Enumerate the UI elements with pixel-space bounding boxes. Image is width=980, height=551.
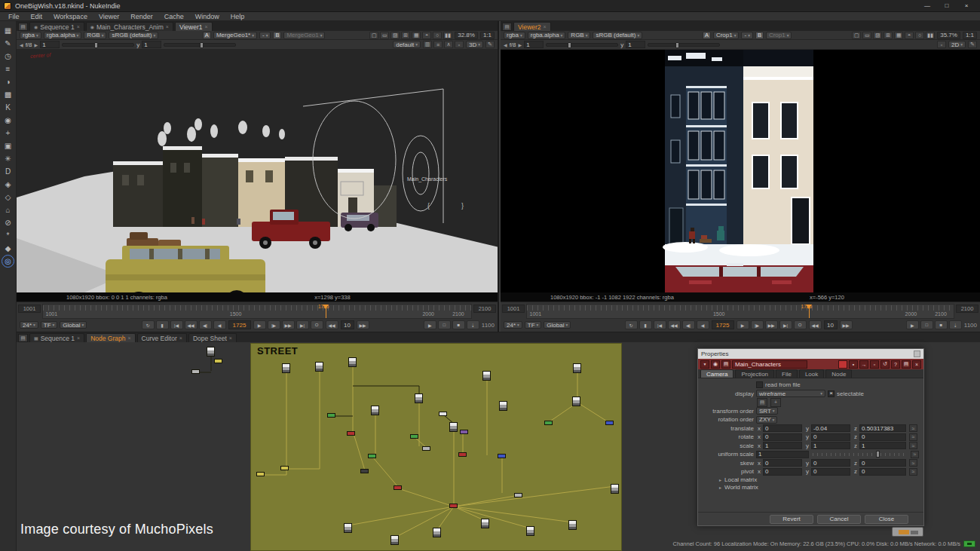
- blue-node[interactable]: [605, 421, 614, 425]
- selectable-checkbox[interactable]: ×: [828, 390, 835, 397]
- image-icon[interactable]: ▦: [2, 24, 15, 36]
- tab-look[interactable]: Look: [799, 369, 824, 378]
- wipe-icon[interactable]: ▫: [937, 41, 946, 48]
- viewer-icon-4[interactable]: ▦: [412, 32, 421, 39]
- close-tab-icon[interactable]: ×: [229, 335, 232, 341]
- pane-menu-icon[interactable]: ▤: [18, 334, 28, 342]
- green-node[interactable]: [368, 454, 376, 458]
- skew-y-field[interactable]: 0: [811, 459, 850, 467]
- viewer-icon-0[interactable]: ▢: [369, 32, 378, 39]
- read-node[interactable]: [481, 519, 489, 528]
- view-dimension-dropdown[interactable]: 3D▾: [466, 41, 483, 48]
- node-dropdown-icon[interactable]: ▼: [700, 360, 709, 369]
- animation-menu-icon[interactable]: ≈: [909, 468, 917, 476]
- animation-menu-icon[interactable]: ≈: [911, 451, 919, 458]
- zoom-level[interactable]: 35.7%: [937, 32, 960, 39]
- gain-slider[interactable]: [546, 43, 618, 47]
- read-node[interactable]: [573, 363, 581, 373]
- gray-node[interactable]: [514, 493, 522, 497]
- close-tab-icon[interactable]: ×: [179, 335, 182, 341]
- help-icon[interactable]: ?: [891, 360, 900, 369]
- localization-status-icon[interactable]: [963, 540, 975, 547]
- close-button[interactable]: ×: [957, 1, 976, 11]
- zoom-level[interactable]: 32.8%: [455, 32, 478, 39]
- translate-x-field[interactable]: 0: [763, 424, 802, 432]
- downrez-dropdown[interactable]: default▾: [393, 41, 421, 48]
- transport-button-3[interactable]: ◀◀: [668, 320, 681, 329]
- scale-z-field[interactable]: 1: [859, 442, 906, 449]
- expand-arrow-icon[interactable]: ▸: [719, 485, 721, 490]
- tab-node-graph[interactable]: Node Graph ×: [86, 333, 135, 342]
- scale-x-field[interactable]: 1: [763, 442, 802, 449]
- viewer-icon-1[interactable]: ▭: [380, 32, 389, 39]
- ofx-icon[interactable]: ◎: [2, 255, 14, 268]
- other-icon[interactable]: ⊘: [2, 216, 15, 228]
- display-channel-dropdown[interactable]: RGB▾: [84, 32, 106, 39]
- transport-button-0[interactable]: ↻: [625, 320, 638, 329]
- view-dimension-dropdown[interactable]: 2D▾: [948, 41, 966, 48]
- transport-button-1[interactable]: ▮: [156, 320, 169, 329]
- red-node[interactable]: [347, 431, 355, 436]
- read-node[interactable]: [344, 523, 352, 533]
- draw-icon[interactable]: ✎: [2, 37, 15, 49]
- transport-button-1[interactable]: |▶: [268, 320, 280, 329]
- node-color-swatch[interactable]: [838, 360, 847, 369]
- layer-dropdown[interactable]: rgba.alpha▾: [44, 32, 82, 39]
- viewer-icon-6[interactable]: ○: [433, 32, 442, 39]
- gizmo-icon[interactable]: ◆: [2, 242, 15, 254]
- tab-sequence1-bottom[interactable]: ▦ Sequence 1 ×: [29, 333, 84, 342]
- menu-edit[interactable]: Edit: [26, 13, 48, 20]
- allplugins-icon[interactable]: *: [2, 229, 15, 241]
- transport-button-4[interactable]: ◀|: [199, 320, 212, 329]
- read-node[interactable]: [572, 396, 580, 406]
- filter-icon[interactable]: ▩: [2, 88, 15, 100]
- read-from-file-checkbox[interactable]: [756, 381, 763, 388]
- blue-node[interactable]: [498, 454, 506, 458]
- views-icon[interactable]: ◈: [2, 178, 15, 190]
- input-b-dropdown[interactable]: Crop1▾: [766, 32, 792, 39]
- gamma-field[interactable]: 1: [626, 41, 645, 48]
- transport-button-1[interactable]: |▶: [751, 320, 764, 329]
- input-a-dropdown[interactable]: Crop1▾: [713, 32, 740, 39]
- viewer-icon-2[interactable]: ▨: [873, 32, 882, 39]
- range-mode-dropdown[interactable]: Global▾: [60, 321, 87, 329]
- snap-menu-icon[interactable]: ▤: [757, 398, 767, 407]
- step-back-button[interactable]: ◀◀: [809, 320, 822, 329]
- viewer-icon-5[interactable]: ◓: [422, 32, 431, 39]
- revert-button[interactable]: Revert: [770, 515, 813, 524]
- ab-blend-dropdown[interactable]: -▾: [259, 32, 271, 39]
- animation-menu-icon[interactable]: ≈: [909, 424, 917, 432]
- gain-field[interactable]: 1: [40, 41, 60, 48]
- transport-button-1[interactable]: □: [438, 320, 451, 329]
- yellow-node[interactable]: [280, 466, 289, 470]
- revert-icon[interactable]: ↺: [880, 360, 890, 369]
- viewer-icon-1[interactable]: ≡: [433, 41, 443, 48]
- channels-dropdown[interactable]: rgba▾: [20, 32, 41, 39]
- fps-dropdown[interactable]: 24*▾: [504, 321, 522, 329]
- transport-button-3[interactable]: ▶|: [296, 320, 309, 329]
- uniform-scale-field[interactable]: 1: [756, 451, 809, 458]
- gain-next-icon[interactable]: ▶: [35, 42, 38, 47]
- gain-label[interactable]: f/8: [510, 41, 516, 48]
- green-node[interactable]: [327, 413, 335, 418]
- yellow-node[interactable]: [214, 359, 222, 363]
- cancel-button[interactable]: Cancel: [817, 515, 861, 524]
- read-node[interactable]: [282, 363, 290, 373]
- viewer-icon-7[interactable]: ▮▮: [443, 32, 452, 39]
- node-name-field[interactable]: Main_Characters: [732, 360, 807, 369]
- menu-help[interactable]: Help: [225, 13, 250, 20]
- transport-button-3[interactable]: ▶|: [779, 320, 792, 329]
- viewer-icon-0[interactable]: ▢: [852, 32, 861, 39]
- transport-button-0[interactable]: ↻: [142, 320, 155, 329]
- viewer-icon-6[interactable]: ○: [915, 32, 924, 39]
- transport-button-0[interactable]: ▶: [253, 320, 266, 329]
- red-node[interactable]: [394, 485, 402, 490]
- metadata-icon[interactable]: ◇: [2, 191, 15, 203]
- transport-button-2[interactable]: ▶▶: [282, 320, 295, 329]
- colorspace-dropdown[interactable]: sRGB (default)▾: [109, 32, 158, 39]
- display-channel-dropdown[interactable]: RGB▾: [568, 32, 590, 39]
- properties-titlebar[interactable]: Properties: [698, 349, 923, 359]
- postage-stamp-icon[interactable]: ▪: [849, 360, 858, 369]
- gamma-slider[interactable]: [648, 43, 720, 47]
- tab-viewer1[interactable]: Viewer1 ×: [175, 22, 213, 31]
